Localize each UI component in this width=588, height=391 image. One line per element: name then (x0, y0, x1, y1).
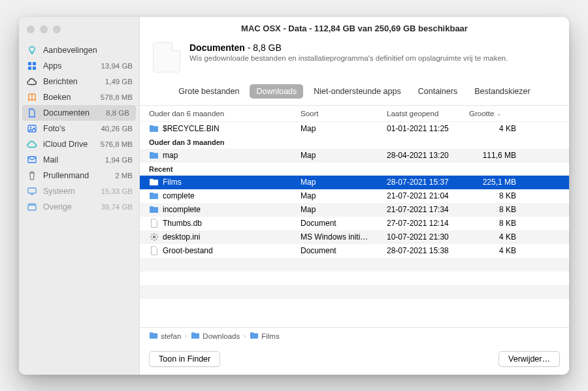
table-row[interactable]: Films Map 28-07-2021 15:37 225,1 MB (140, 176, 569, 189)
file-kind: Map (301, 205, 387, 214)
svg-point-11 (152, 236, 155, 238)
sidebar-item-size: 576,8 MB (101, 140, 133, 148)
sys-icon (27, 186, 37, 196)
col-opened[interactable]: Laatst geopend (387, 110, 469, 117)
sidebar-item-size: 8,8 GB (106, 109, 129, 117)
sidebar-item-icloud-drive[interactable]: iCloud Drive 576,8 MB (19, 136, 139, 152)
file-kind: Map (301, 191, 387, 200)
file-opened: 28-07-2021 15:37 (387, 178, 469, 187)
sidebar-item-documenten[interactable]: Documenten 8,8 GB (22, 105, 136, 121)
sidebar-item-berichten[interactable]: Berichten 1,49 GB (19, 74, 139, 89)
col-name[interactable]: Ouder dan 6 maanden (149, 110, 301, 117)
table-row[interactable]: incomplete Map 21-07-2021 17:34 8 KB (140, 203, 569, 217)
window-controls (19, 22, 139, 42)
mail-icon (27, 155, 37, 165)
table-row[interactable]: Groot-bestand Document 28-07-2021 15:38 … (140, 244, 569, 258)
breadcrumb-item[interactable]: Films (261, 332, 279, 340)
window-title: MAC OSX - Data - 112,84 GB van 250,69 GB… (140, 17, 569, 39)
folder-icon (149, 191, 159, 201)
svg-rect-7 (28, 188, 36, 193)
file-name: incomplete (163, 205, 201, 214)
summary-size: 8,8 GB (253, 42, 282, 53)
sidebar-item-prullenmand[interactable]: Prullenmand 2 MB (19, 168, 139, 183)
sidebar-item-size: 40,26 GB (101, 125, 133, 133)
delete-button[interactable]: Verwijder… (498, 351, 560, 367)
file-kind: MS Windows initi… (301, 232, 387, 242)
folder-icon (250, 332, 259, 341)
sidebar-item-size: 39,74 GB (101, 203, 133, 211)
file-opened: 21-07-2021 17:34 (387, 205, 469, 214)
empty-row (140, 285, 569, 299)
zoom-dot[interactable] (53, 25, 61, 33)
table-row[interactable]: map Map 28-04-2021 13:20 111,6 MB (140, 149, 569, 163)
tab-grote-bestanden[interactable]: Grote bestanden (172, 84, 246, 99)
file-size: 8 KB (469, 205, 524, 214)
svg-rect-1 (33, 62, 36, 65)
group-header: Ouder dan 3 maanden (140, 136, 569, 149)
bulb-icon (27, 45, 37, 55)
table-row[interactable]: $RECYCLE.BIN Map 01-01-2021 11:25 4 KB (140, 122, 569, 136)
sidebar-item-label: Berichten (43, 77, 105, 86)
breadcrumb-item[interactable]: Downloads (203, 332, 240, 340)
cloud-icon (27, 76, 37, 87)
main-panel: MAC OSX - Data - 112,84 GB van 250,69 GB… (140, 17, 569, 375)
apps-icon (27, 61, 37, 71)
folder-icon (191, 332, 200, 341)
sidebar-item-mail[interactable]: Mail 1,94 GB (19, 152, 139, 168)
sidebar-item-aanbevelingen[interactable]: Aanbevelingen (19, 42, 139, 58)
tab-downloads[interactable]: Downloads (250, 84, 303, 99)
sidebar-item-label: Mail (43, 155, 105, 164)
show-in-finder-button[interactable]: Toon in Finder (149, 351, 220, 367)
file-name: Thumbs.db (163, 219, 202, 228)
file-name: desktop.ini (163, 232, 200, 242)
col-size[interactable]: Grootte ⌄ (469, 110, 524, 117)
trash-icon (27, 170, 37, 181)
svg-rect-10 (29, 204, 35, 205)
col-kind[interactable]: Soort (301, 110, 387, 117)
sidebar-item-label: Boeken (43, 93, 101, 102)
file-kind: Document (301, 246, 387, 255)
file-name: Films (163, 178, 182, 187)
sidebar-item-foto-s[interactable]: Foto's 40,26 GB (19, 121, 139, 136)
tab-containers[interactable]: Containers (412, 84, 464, 99)
sidebar-item-boeken[interactable]: Boeken 578,8 MB (19, 89, 139, 105)
sidebar-item-apps[interactable]: Apps 13,94 GB (19, 58, 139, 74)
tab-bestandskiezer[interactable]: Bestandskiezer (468, 84, 536, 99)
svg-line-17 (155, 239, 156, 240)
file-list: $RECYCLE.BIN Map 01-01-2021 11:25 4 KBOu… (140, 122, 569, 327)
table-row[interactable]: complete Map 21-07-2021 21:04 8 KB (140, 189, 569, 203)
sidebar-item-systeem[interactable]: Systeem 15,33 GB (19, 183, 139, 199)
file-name: Groot-bestand (163, 246, 213, 255)
breadcrumb-item[interactable]: stefan (161, 332, 181, 340)
table-row[interactable]: desktop.ini MS Windows initi… 10-07-2021… (140, 230, 569, 244)
file-kind: Document (301, 219, 387, 228)
table-row[interactable]: Thumbs.db Document 27-07-2021 12:14 8 KB (140, 217, 569, 230)
breadcrumb: stefan›Downloads›Films (140, 327, 569, 345)
tab-niet-ondersteunde-apps[interactable]: Niet-ondersteunde apps (307, 84, 407, 99)
category-tabs: Grote bestandenDownloadsNiet-ondersteund… (140, 80, 569, 106)
close-dot[interactable] (27, 25, 35, 33)
file-opened: 27-07-2021 12:14 (387, 219, 469, 228)
file-opened: 21-07-2021 21:04 (387, 191, 469, 200)
svg-line-19 (155, 234, 156, 235)
icloud-icon (27, 139, 37, 149)
other-icon (27, 202, 37, 212)
storage-management-window: Aanbevelingen Apps 13,94 GB Berichten 1,… (19, 17, 569, 375)
file-opened: 01-01-2021 11:25 (387, 124, 469, 133)
file-opened: 28-07-2021 15:38 (387, 246, 469, 255)
minimize-dot[interactable] (40, 25, 48, 33)
file-icon (149, 219, 159, 228)
column-headers: Ouder dan 6 maanden Soort Laatst geopend… (140, 106, 569, 122)
sidebar-item-size: 13,94 GB (101, 62, 133, 70)
file-kind: Map (301, 151, 387, 160)
file-icon (149, 246, 159, 256)
sidebar-item-label: Foto's (43, 124, 101, 133)
file-size: 8 KB (469, 191, 524, 200)
sidebar: Aanbevelingen Apps 13,94 GB Berichten 1,… (19, 17, 140, 375)
sidebar-item-label: Aanbevelingen (43, 46, 133, 55)
svg-line-16 (152, 234, 152, 235)
book-icon (27, 92, 37, 102)
sidebar-item-label: Overige (43, 202, 101, 211)
summary-title: Documenten - 8,8 GB (189, 42, 508, 53)
sidebar-item-overige[interactable]: Overige 39,74 GB (19, 199, 139, 215)
